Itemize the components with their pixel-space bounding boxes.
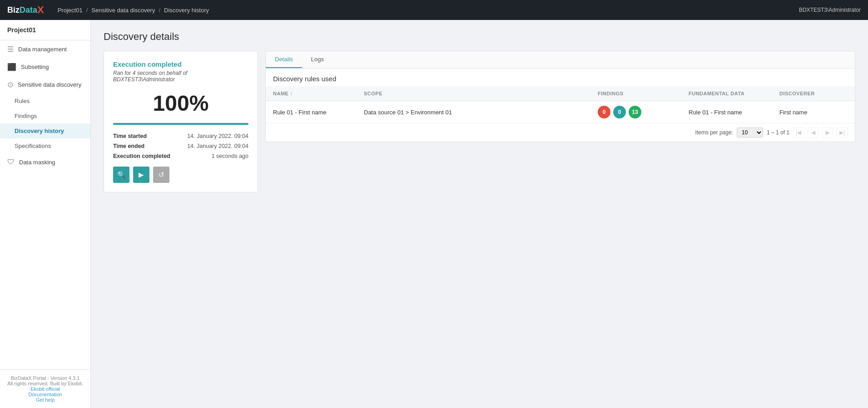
execution-completed-label: Execution completed <box>113 153 170 159</box>
sidebar: Project01 ☰ Data management ⬛ Subsetting… <box>0 20 91 408</box>
sidebar-label-findings: Findings <box>15 113 37 119</box>
section-title: Discovery rules used <box>266 69 855 86</box>
progress-bar-track <box>113 123 248 125</box>
pagination-next-button[interactable]: ▶ <box>822 127 833 138</box>
pagination-last-button[interactable]: ▶| <box>837 127 848 138</box>
discovery-card: Execution completed Ran for 4 seconds on… <box>104 51 258 192</box>
badge-red: 0 <box>598 106 610 118</box>
pagination-label: Items per page: <box>695 129 733 136</box>
table-row[interactable]: Rule 01 - First name Data source 01 > En… <box>266 101 855 123</box>
row-name: Rule 01 - First name <box>273 109 364 116</box>
breadcrumb: Project01 / Sensitive data discovery / D… <box>58 7 799 14</box>
reset-icon: ↺ <box>159 171 164 179</box>
sidebar-project: Project01 <box>0 20 90 40</box>
sidebar-label-data-management: Data management <box>18 46 67 53</box>
col-header-scope: SCOPE <box>364 91 598 96</box>
time-started-row: Time started 14. January 2022. 09:04 <box>113 133 248 139</box>
card-actions: 🔍 ▶ ↺ <box>113 167 248 183</box>
search-icon: 🔍 <box>117 171 126 179</box>
time-started-value: 14. January 2022. 09:04 <box>187 133 248 139</box>
sidebar-item-sensitive-data-discovery[interactable]: ⊙ Sensitive data discovery <box>0 76 90 93</box>
play-button[interactable]: ▶ <box>133 167 149 183</box>
tabs: Details Logs <box>266 51 855 69</box>
execution-completed-row: Execution completed 1 seconds ago <box>113 153 248 159</box>
content: Discovery details Execution completed Ra… <box>91 20 868 408</box>
time-ended-value: 14. January 2022. 09:04 <box>187 143 248 149</box>
progress-percent: 100% <box>113 91 248 116</box>
row-scope: Data source 01 > Environment 01 <box>364 109 598 116</box>
sidebar-label-specifications: Specifications <box>15 143 51 149</box>
col-header-discoverer: DISCOVERER <box>779 91 848 96</box>
row-discoverer: First name <box>779 109 848 116</box>
col-header-fundamental: FUNDAMENTAL DATA <box>689 91 779 96</box>
logo-text: BizData <box>7 5 37 15</box>
breadcrumb-discovery[interactable]: Sensitive data discovery <box>91 7 155 14</box>
rules-header: NAME ↑ SCOPE FINDINGS FUNDAMENTAL DATA D… <box>266 86 855 101</box>
sidebar-label-subsetting: Subsetting <box>21 64 49 70</box>
execution-completed-value: 1 seconds ago <box>212 153 248 159</box>
sidebar-label-data-masking: Data masking <box>19 159 55 166</box>
breadcrumb-project[interactable]: Project01 <box>58 7 83 14</box>
play-icon: ▶ <box>139 171 144 179</box>
main-layout: Project01 ☰ Data management ⬛ Subsetting… <box>0 20 868 408</box>
row-fundamental: Rule 01 - First name <box>689 109 779 116</box>
breadcrumb-sep1: / <box>86 7 88 14</box>
badge-teal: 0 <box>613 106 626 118</box>
breadcrumb-sep2: / <box>159 7 160 14</box>
execution-status: Execution completed <box>113 60 248 68</box>
row-findings: 0 0 13 <box>598 106 689 118</box>
sidebar-version: BizDataX Portal - Version 4.3.1 <box>7 375 83 381</box>
time-ended-row: Time ended 14. January 2022. 09:04 <box>113 143 248 149</box>
sidebar-item-discovery-history[interactable]: Discovery history <box>0 123 90 138</box>
sidebar-item-rules[interactable]: Rules <box>0 93 90 108</box>
topnav: BizDataX Project01 / Sensitive data disc… <box>0 0 868 20</box>
sidebar-link-ekobit[interactable]: Ekobit official <box>7 386 83 392</box>
pagination-prev-button[interactable]: ◀ <box>808 127 818 138</box>
sidebar-item-data-management[interactable]: ☰ Data management <box>0 40 90 58</box>
time-ended-label: Time ended <box>113 143 144 149</box>
sidebar-link-help[interactable]: Get help <box>7 397 83 403</box>
pagination-first-button[interactable]: |◀ <box>793 127 804 138</box>
reset-button[interactable]: ↺ <box>153 167 169 183</box>
items-per-page-select[interactable]: 10 25 50 <box>737 128 763 138</box>
data-masking-icon: 🛡 <box>7 158 15 166</box>
sensitive-discovery-icon: ⊙ <box>7 80 13 89</box>
sidebar-footer: BizDataX Portal - Version 4.3.1 All righ… <box>0 369 90 408</box>
time-started-label: Time started <box>113 133 147 139</box>
logo: BizDataX <box>7 4 44 16</box>
sidebar-item-data-masking[interactable]: 🛡 Data masking <box>0 153 90 171</box>
pagination-range: 1 – 1 of 1 <box>767 129 789 136</box>
topnav-user: BDXTEST3\Administrator <box>799 7 861 13</box>
sidebar-item-subsetting[interactable]: ⬛ Subsetting <box>0 58 90 76</box>
sidebar-item-specifications[interactable]: Specifications <box>0 138 90 153</box>
sidebar-label-sensitive: Sensitive data discovery <box>18 81 81 88</box>
findings-badges: 0 0 13 <box>598 106 689 118</box>
sidebar-label-rules: Rules <box>15 98 30 104</box>
sidebar-rights: All rights reserved. Built by Ekobit. <box>7 381 83 386</box>
sidebar-item-findings[interactable]: Findings <box>0 108 90 123</box>
col-header-findings: FINDINGS <box>598 91 689 96</box>
sidebar-label-discovery-history: Discovery history <box>15 128 64 134</box>
rules-table: NAME ↑ SCOPE FINDINGS FUNDAMENTAL DATA D… <box>266 86 855 123</box>
tab-details[interactable]: Details <box>266 51 302 68</box>
search-button[interactable]: 🔍 <box>113 167 129 183</box>
sidebar-link-docs[interactable]: Documentation <box>7 392 83 397</box>
badge-green: 13 <box>629 106 641 118</box>
progress-bar-fill <box>113 123 248 125</box>
breadcrumb-history: Discovery history <box>164 7 209 14</box>
subsetting-icon: ⬛ <box>7 63 16 71</box>
tab-logs[interactable]: Logs <box>302 51 333 68</box>
content-inner: Execution completed Ran for 4 seconds on… <box>104 51 855 142</box>
logo-x: X <box>37 4 44 16</box>
col-header-name: NAME ↑ <box>273 91 364 96</box>
rules-panel: Details Logs Discovery rules used NAME ↑… <box>265 51 855 142</box>
execution-subtitle: Ran for 4 seconds on behalf of BDXTEST3\… <box>113 70 248 83</box>
page-title: Discovery details <box>104 31 855 43</box>
pagination: Items per page: 10 25 50 1 – 1 of 1 |◀ ◀… <box>266 123 855 142</box>
data-management-icon: ☰ <box>7 45 14 54</box>
